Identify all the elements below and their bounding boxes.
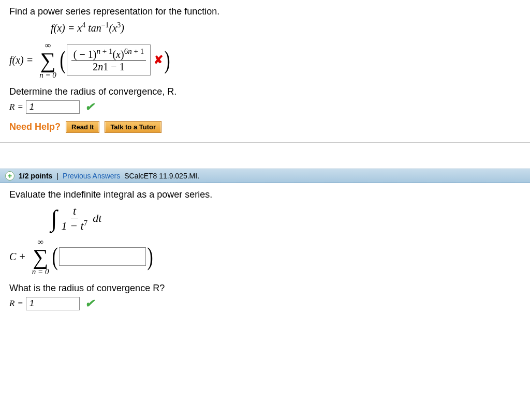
r-label: R xyxy=(9,102,14,112)
q1-r-input[interactable]: 1 xyxy=(26,100,80,114)
question-2-header: + 1/2 points | Previous Answers SCalcET8… xyxy=(0,169,530,183)
right-paren: ) xyxy=(165,48,170,72)
q1-prompt: Find a power series representation for t… xyxy=(9,6,521,17)
expand-icon[interactable]: + xyxy=(5,171,14,181)
left-paren: ( xyxy=(60,48,65,72)
points-label: 1/2 points xyxy=(19,172,52,180)
q2-r-input[interactable]: 1 xyxy=(26,297,80,310)
correct-icon: ✔ xyxy=(85,100,94,114)
talk-to-tutor-button[interactable]: Talk to a Tutor xyxy=(105,121,161,133)
q2-integral: ∫ t 1 − t7 dt xyxy=(51,204,521,233)
correct-icon: ✔ xyxy=(85,297,94,310)
q1-series-input[interactable]: ( − 1)n + 1(x)6n + 1 2n1 − 1 xyxy=(67,44,151,76)
q1-function: f(x) = x4 tan−1(x3) xyxy=(51,21,521,34)
incorrect-icon: ✘ xyxy=(154,53,163,67)
q2-prompt: Evaluate the indefinite integral as a po… xyxy=(9,189,521,200)
q2-subprompt: What is the radius of convergence R? xyxy=(9,283,521,294)
question-reference: SCalcET8 11.9.025.MI. xyxy=(124,172,199,180)
question-1: Find a power series representation for t… xyxy=(0,0,530,143)
q2-r-row: R = 1 ✔ xyxy=(9,297,521,310)
q2-series-input[interactable] xyxy=(59,247,146,266)
q2-series-answer-row: C + ∞ ∑ n = 0 ( ) xyxy=(9,238,521,276)
left-paren: ( xyxy=(52,244,58,269)
integral-icon: ∫ xyxy=(51,205,57,232)
previous-answers-link[interactable]: Previous Answers xyxy=(63,172,120,180)
read-it-button[interactable]: Read It xyxy=(66,121,99,133)
r-label: R xyxy=(9,298,14,309)
need-help-row: Need Help? Read It Talk to a Tutor xyxy=(9,121,521,133)
sigma-icon: ∞ ∑ n = 0 xyxy=(32,238,49,276)
question-2: Evaluate the indefinite integral as a po… xyxy=(0,183,530,320)
need-help-label: Need Help? xyxy=(9,122,61,132)
q1-subprompt: Determine the radius of convergence, R. xyxy=(9,86,521,97)
right-paren: ) xyxy=(148,244,153,269)
sigma-icon: ∞ ∑ n = 0 xyxy=(39,41,56,79)
fx-label: f(x) = xyxy=(9,54,33,66)
c-plus-label: C + xyxy=(9,251,26,263)
q1-series-answer-row: f(x) = ∞ ∑ n = 0 ( ( − 1)n + 1(x)6n + 1 … xyxy=(9,41,521,79)
q1-r-row: R = 1 ✔ xyxy=(9,100,521,114)
